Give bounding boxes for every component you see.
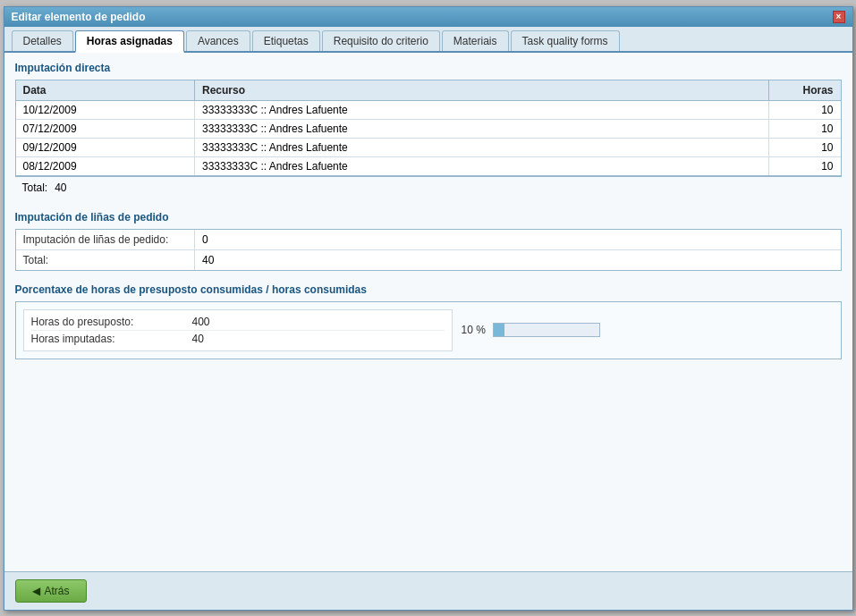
progress-info-label: Horas do presuposto: bbox=[31, 316, 192, 328]
cell-horas: 10 bbox=[769, 100, 841, 119]
tab-task-quality-forms[interactable]: Task quality forms bbox=[511, 30, 620, 51]
info-value: 0 bbox=[195, 230, 841, 250]
main-window: Editar elemento de pedido × Detalles Hor… bbox=[4, 6, 853, 611]
col-header-data: Data bbox=[16, 80, 195, 101]
cell-data: 10/12/2009 bbox=[16, 100, 195, 119]
progress-percent-label: 10 % bbox=[462, 324, 486, 336]
list-item: Total: 40 bbox=[16, 249, 841, 270]
footer: ◀ Atrás bbox=[4, 571, 852, 610]
table-row: 07/12/2009 33333333C :: Andres Lafuente … bbox=[16, 119, 841, 138]
cell-recurso: 33333333C :: Andres Lafuente bbox=[195, 100, 769, 119]
list-item: Imputación de liñas de pedido: 0 bbox=[16, 230, 841, 250]
cell-horas: 10 bbox=[769, 156, 841, 175]
progress-bar-fill bbox=[494, 324, 504, 336]
section-imputacion-directa: Imputación directa Data Recurso Horas 10… bbox=[15, 62, 842, 198]
table-row: 08/12/2009 33333333C :: Andres Lafuente … bbox=[16, 156, 841, 175]
tab-avances[interactable]: Avances bbox=[186, 30, 250, 51]
cell-recurso: 33333333C :: Andres Lafuente bbox=[195, 138, 769, 156]
section-imputacion-directa-title: Imputación directa bbox=[15, 62, 842, 74]
window-title: Editar elemento de pedido bbox=[12, 11, 146, 23]
progress-info-panel: Horas do presuposto: 400 Horas imputadas… bbox=[23, 309, 453, 351]
cell-data: 09/12/2009 bbox=[16, 138, 195, 156]
progress-info-value: 400 bbox=[192, 316, 210, 328]
tab-bar: Detalles Horas asignadas Avances Etiquet… bbox=[4, 27, 852, 53]
cell-horas: 10 bbox=[769, 138, 841, 156]
tab-detalles[interactable]: Detalles bbox=[12, 30, 73, 51]
tab-requisito-do-criterio[interactable]: Requisito do criterio bbox=[322, 30, 440, 51]
progress-info-value: 40 bbox=[192, 333, 204, 345]
cell-data: 07/12/2009 bbox=[16, 119, 195, 138]
cell-recurso: 33333333C :: Andres Lafuente bbox=[195, 156, 769, 175]
tab-horas-asignadas[interactable]: Horas asignadas bbox=[75, 30, 184, 53]
porcentaxe-box: Horas do presuposto: 400 Horas imputadas… bbox=[15, 301, 842, 359]
title-bar: Editar elemento de pedido × bbox=[4, 7, 852, 27]
info-label: Total: bbox=[16, 249, 195, 270]
tab-etiquetas[interactable]: Etiquetas bbox=[252, 30, 320, 51]
progress-info-row: Horas imputadas: 40 bbox=[31, 331, 445, 347]
total-label: Total: bbox=[22, 181, 48, 194]
tab-content: Imputación directa Data Recurso Horas 10… bbox=[4, 53, 852, 571]
imputacion-directa-box: Data Recurso Horas 10/12/2009 33333333C … bbox=[15, 80, 842, 176]
back-icon: ◀ bbox=[32, 585, 40, 597]
table-row: 10/12/2009 33333333C :: Andres Lafuente … bbox=[16, 100, 841, 119]
progress-info-row: Horas do presuposto: 400 bbox=[31, 314, 445, 331]
imputacion-directa-total-row: Total: 40 bbox=[15, 176, 842, 198]
back-label: Atrás bbox=[45, 585, 70, 597]
imputacion-linas-table: Imputación de liñas de pedido: 0 Total: … bbox=[16, 230, 841, 270]
tab-materiais[interactable]: Materiais bbox=[442, 30, 509, 51]
col-header-horas: Horas bbox=[769, 80, 841, 101]
close-button[interactable]: × bbox=[833, 11, 845, 23]
cell-horas: 10 bbox=[769, 119, 841, 138]
back-button[interactable]: ◀ Atrás bbox=[15, 579, 87, 603]
progress-info-label: Horas imputadas: bbox=[31, 333, 192, 345]
progress-bar-container bbox=[493, 323, 600, 337]
cell-data: 08/12/2009 bbox=[16, 156, 195, 175]
cell-recurso: 33333333C :: Andres Lafuente bbox=[195, 119, 769, 138]
total-value: 40 bbox=[55, 181, 66, 194]
imputacion-directa-table: Data Recurso Horas 10/12/2009 33333333C … bbox=[16, 80, 841, 175]
table-row: 09/12/2009 33333333C :: Andres Lafuente … bbox=[16, 138, 841, 156]
section-imputacion-linas: Imputación de liñas de pedido Imputación… bbox=[15, 211, 842, 271]
imputacion-linas-box: Imputación de liñas de pedido: 0 Total: … bbox=[15, 229, 842, 271]
section-porcentaxe-title: Porcentaxe de horas de presuposto consum… bbox=[15, 283, 842, 296]
info-value: 40 bbox=[195, 249, 841, 270]
info-label: Imputación de liñas de pedido: bbox=[16, 230, 195, 250]
section-porcentaxe: Porcentaxe de horas de presuposto consum… bbox=[15, 283, 842, 359]
progress-display: 10 % bbox=[462, 323, 834, 337]
section-imputacion-linas-title: Imputación de liñas de pedido bbox=[15, 211, 842, 224]
col-header-recurso: Recurso bbox=[195, 80, 769, 101]
